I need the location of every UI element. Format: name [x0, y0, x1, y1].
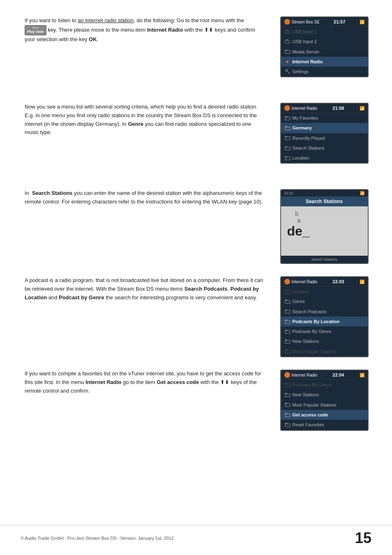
orange-circle-icon-5 [284, 372, 290, 378]
menu-item-search-podcasts: Search Podcasts [281, 307, 368, 317]
device-screen-1: Stream Box SE 21:57 📶 USB Input 1 [277, 16, 371, 90]
folder-icon-pl [284, 319, 291, 324]
svg-rect-0 [285, 30, 289, 33]
text-sorting: Now you see a menu list with several sor… [25, 103, 277, 177]
screen-title-5: Internet Radio [292, 373, 318, 377]
text-access-code: If you want to compile a favorites list … [25, 370, 277, 444]
screen-time-2: 21:58 [332, 106, 344, 111]
ok-key: OK [89, 36, 97, 42]
screen-internet-radio-1: Internet Radio 21:58 📶 My Favorites [280, 103, 369, 164]
device-screen-4: Internet Radio 22:03 📶 Location [277, 276, 371, 357]
search-char-b: b [295, 210, 362, 217]
globe-icon-1: ● [284, 59, 291, 64]
get-access-code-label: Get access code [157, 379, 199, 385]
svg-rect-3 [286, 39, 288, 40]
folder-icon-pg [284, 329, 291, 334]
section-sorting: Now you see a menu list with several sor… [25, 103, 371, 177]
folder-icon-mp [284, 349, 291, 354]
screen-internet-radio-2: Internet Radio 22:03 📶 Location [280, 276, 369, 357]
section-search: In Search Stations you can enter the nam… [25, 189, 371, 264]
folder-icon-ns2 [284, 393, 291, 398]
folder-icon-loc-pod [284, 289, 291, 294]
orange-circle-icon [284, 19, 290, 25]
search-header-label: Search Stations [306, 199, 343, 204]
screen-header-1: Stream Box SE 21:57 📶 [281, 17, 368, 27]
menu-item-location: Location [281, 153, 368, 163]
menu-item-podcasts-genre-2: Podcasts By Genre [281, 380, 368, 390]
menu-item-recently: Recently Played [281, 133, 368, 143]
menu-label-usb1: USB Input 1 [293, 29, 317, 35]
podcast-genre-label: Podcast by Genre [59, 294, 104, 301]
menu-item-germany: Germany [281, 123, 368, 133]
menu-label-new-stations: New Stations [293, 338, 319, 344]
menu-item-genre: Genre [281, 296, 368, 306]
title-area-4: Internet Radio [284, 279, 318, 284]
screen-stream-box: Stream Box SE 21:57 📶 USB Input 1 [280, 16, 369, 77]
folder-icon-pg2 [284, 382, 291, 387]
menu-item-most-popular-2: Most Popular Stations [281, 400, 368, 410]
search-char-a: a [297, 217, 362, 224]
search-char-de: de_ [287, 224, 362, 239]
folder-icon-favs [284, 116, 291, 120]
wifi-icon-5: 📶 [360, 373, 364, 377]
search-header: Search Stations [281, 197, 368, 206]
menu-item-podcasts-location: Podcasts By Location [281, 317, 368, 326]
arrow-keys: ⬆⬇ [204, 26, 213, 35]
folder-icon-search [284, 146, 291, 150]
footer: © Audio Trade GmbH · Pro-Ject Stream Box… [0, 525, 392, 547]
menu-label-reset-favorites: Reset Favorites [293, 422, 324, 428]
menu-label-search-stations: Search Stations [293, 145, 325, 151]
page: If you want to listen to an internet rad… [0, 0, 392, 555]
menu-item-new-stations: New Stations [281, 336, 368, 346]
screen-header-2: Internet Radio 21:58 📶 [281, 104, 368, 113]
screen-title-4: Internet Radio [292, 280, 318, 284]
folder-icon-media [284, 49, 291, 54]
section-access-code: If you want to compile a favorites list … [25, 370, 371, 444]
folder-icon-location [284, 155, 291, 160]
search-stations-label: Search Stations [32, 190, 72, 196]
menu-label-most-popular: Most Popular Stations [293, 349, 337, 354]
screen-title-2: Internet Radio [292, 106, 318, 111]
search-screen-topbar: 22:01 [284, 191, 294, 195]
wifi-icon-2: 📶 [360, 106, 364, 111]
menu-item-get-access-code: Get access code [281, 410, 368, 420]
menu-label-favorites: My Favorites [293, 115, 318, 121]
usb-icon-2 [284, 39, 291, 44]
menu-item-location-pod: Location [281, 287, 368, 296]
menu-label-get-access-code: Get access code [293, 412, 328, 418]
orange-circle-icon-2 [284, 105, 290, 111]
screen-title-1: Stream Box SE [292, 20, 320, 24]
menu-item-new-stations-2: New Stations [281, 390, 368, 400]
folder-icon-mp2 [284, 402, 291, 407]
menu-label-genre: Genre [293, 298, 305, 304]
menu-item-most-popular: Most Popular Stations [281, 347, 368, 356]
search-podcasts-label: Search Podcasts [184, 286, 228, 292]
menu-label-location: Location [293, 155, 310, 161]
menu-label-podcasts-location: Podcasts By Location [293, 319, 340, 324]
footer-copyright: © Audio Trade GmbH · Pro-Ject Stream Box… [21, 536, 174, 541]
screen-time-1: 21:57 [334, 19, 345, 24]
folder-icon-sp [284, 309, 291, 314]
menu-1: USB Input 1 USB Input 2 Medi [281, 27, 368, 76]
search-wifi-icon: 📶 [360, 191, 364, 195]
folder-icon-gac [284, 412, 291, 417]
folder-icon-ns [284, 339, 291, 344]
device-screen-2: Internet Radio 21:58 📶 My Favorites [277, 103, 371, 177]
device-screen-3: 22:01 📶 Search Stations b a de_ Search S… [277, 189, 371, 264]
section-podcasts: A podcast is a radio program, that is no… [25, 276, 371, 357]
menu-label-recently: Recently Played [293, 135, 325, 141]
screen-search: 22:01 📶 Search Stations b a de_ Search S… [280, 189, 369, 264]
menu-label-most-popular-2: Most Popular Stations [293, 402, 337, 408]
text-search: In Search Stations you can enter the nam… [25, 189, 277, 264]
folder-icon-recent [284, 136, 291, 141]
wrench-icon-1: 🔨 [284, 69, 291, 74]
menu-label-new-stations-2: New Stations [293, 392, 319, 398]
usb-icon-1 [284, 29, 291, 34]
root-button: RootPlay view [25, 25, 46, 35]
screen-header-5: Internet Radio 22:04 📶 [281, 370, 368, 380]
internet-radio-menu-label: Internet Radio [85, 379, 121, 385]
screen-time-5: 22:04 [332, 372, 344, 377]
menu-item-search-stations: Search Stations [281, 143, 368, 153]
menu-label-settings: Settings [293, 69, 309, 74]
svg-rect-1 [286, 30, 288, 30]
